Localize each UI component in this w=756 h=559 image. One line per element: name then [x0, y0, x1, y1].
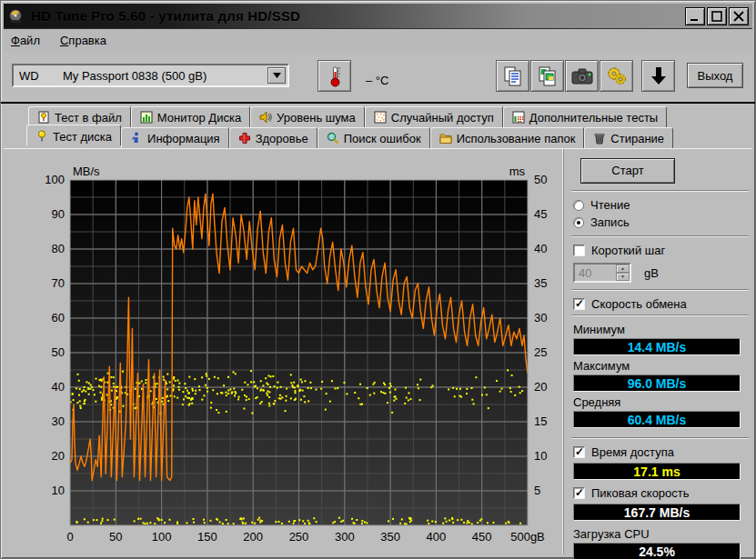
svg-text:40: 40	[534, 242, 547, 255]
exit-button[interactable]: Выход	[687, 63, 743, 88]
tab-folder-usage[interactable]: Использование папок	[430, 127, 585, 148]
screenshot-button[interactable]	[565, 60, 599, 92]
menu-help[interactable]: Справка	[60, 34, 106, 47]
tab-info[interactable]: Информация	[121, 127, 229, 148]
stride-size-input[interactable]: 40 ▲▼	[573, 263, 631, 283]
app-window: HD Tune Pro 5.60 - утилита для HD/SSD Фа…	[0, 0, 756, 559]
error-scan-icon	[327, 132, 339, 145]
tab-erase[interactable]: Стирание	[584, 127, 673, 148]
tab-label: Уровень шума	[277, 111, 356, 125]
tab-label: Поиск ошибок	[344, 132, 421, 145]
benchmark-panel: 1009080706050403020105045403530252015105…	[4, 148, 752, 555]
tab-error-scan[interactable]: Поиск ошибок	[318, 127, 430, 148]
tab-label: Тест диска	[53, 130, 112, 144]
separator	[571, 190, 749, 192]
svg-text:50: 50	[534, 173, 547, 186]
svg-text:20: 20	[52, 449, 65, 463]
minimize-button[interactable]	[685, 7, 705, 25]
svg-text:300: 300	[335, 530, 355, 544]
tab-label: Тест в файл	[55, 111, 122, 125]
temperature-button[interactable]	[318, 60, 351, 92]
tab-disk-monitor[interactable]: Монитор Диска	[131, 106, 250, 127]
disk-test-icon	[35, 130, 48, 143]
tab-label: Использование папок	[457, 132, 576, 145]
svg-text:20: 20	[534, 380, 547, 394]
stride-size-unit: gB	[644, 266, 659, 280]
exit-label: Выход	[698, 69, 733, 83]
tab-disk-benchmark[interactable]: Тест диска	[26, 125, 121, 145]
copy-text-button[interactable]	[496, 60, 529, 92]
svg-text:40: 40	[52, 380, 65, 394]
copy-image-button[interactable]	[530, 60, 564, 92]
tab-label: Стирание	[610, 132, 664, 145]
svg-text:15: 15	[534, 414, 547, 428]
maximize-button[interactable]	[707, 7, 727, 25]
cpu-usage-value: 24.5%	[573, 543, 741, 559]
write-label: Запись	[590, 215, 630, 229]
camera-icon	[571, 67, 593, 85]
file-test-icon	[37, 111, 50, 124]
svg-text:70: 70	[52, 276, 65, 290]
svg-text:10: 10	[52, 484, 65, 497]
tab-label: Здоровье	[256, 132, 308, 145]
burst-rate-row[interactable]: Пиковая скорость	[573, 486, 749, 500]
burst-rate-checkbox[interactable]	[573, 487, 585, 499]
options-button[interactable]	[600, 60, 633, 92]
access-time-checkbox[interactable]	[573, 446, 585, 458]
copy-image-icon	[538, 65, 558, 87]
tab-health[interactable]: Здоровье	[229, 127, 318, 148]
tab-label: Дополнительные тесты	[529, 111, 658, 125]
disk-monitor-icon	[140, 111, 153, 124]
burst-rate-label: Пиковая скорость	[591, 486, 690, 500]
tab-label: Информация	[147, 132, 220, 145]
spin-down-icon[interactable]: ▼	[616, 273, 630, 281]
download-button[interactable]	[641, 60, 675, 92]
stride-size-value: 40	[579, 266, 591, 280]
svg-text:ms: ms	[509, 165, 526, 178]
transfer-rate-checkbox[interactable]	[573, 298, 585, 310]
short-stride-row[interactable]: Короткий шаг	[573, 244, 749, 257]
separator	[571, 437, 749, 439]
read-radio[interactable]	[573, 200, 584, 211]
access-time-row[interactable]: Время доступа	[573, 445, 749, 459]
stride-size-spinner[interactable]: ▲▼	[616, 265, 630, 281]
transfer-rate-row[interactable]: Скорость обмена	[573, 297, 749, 311]
menu-file[interactable]: Файл	[11, 34, 40, 47]
read-radio-row[interactable]: Чтение	[573, 198, 749, 212]
short-stride-checkbox[interactable]	[573, 245, 585, 256]
close-button[interactable]	[729, 7, 749, 25]
burst-rate-value: 167.7 MB/s	[573, 504, 741, 521]
svg-text:35: 35	[534, 276, 547, 290]
spin-up-icon[interactable]: ▲	[616, 265, 630, 273]
write-radio[interactable]	[573, 217, 584, 228]
temperature-value: – °C	[366, 74, 388, 87]
tab-extra-tests[interactable]: Дополнительные тесты	[503, 106, 667, 127]
drive-vendor: WD	[19, 69, 63, 83]
write-radio-row[interactable]: Запись	[573, 215, 749, 229]
drive-select[interactable]: WD My Passport 0838 (500 gB)	[12, 64, 289, 87]
start-button[interactable]: Старт	[580, 158, 675, 184]
stride-size-row: 40 ▲▼ gB	[573, 263, 749, 283]
info-icon	[130, 132, 143, 145]
tab-label: Случайный доступ	[391, 111, 494, 125]
maximum-value: 96.0 MB/s	[573, 374, 741, 392]
tab-noise-level[interactable]: Уровень шума	[250, 106, 365, 127]
random-access-icon	[374, 111, 387, 124]
tab-label: Монитор Диска	[157, 111, 241, 125]
noise-level-icon	[259, 111, 272, 124]
svg-text:100: 100	[152, 530, 172, 544]
tab-random-access[interactable]: Случайный доступ	[365, 106, 503, 127]
chevron-down-icon	[273, 73, 281, 78]
separator	[571, 235, 749, 237]
svg-text:100: 100	[45, 173, 65, 186]
drive-select-arrow[interactable]	[267, 67, 286, 84]
minimize-icon	[690, 11, 701, 22]
minimum-label: Минимум	[573, 323, 749, 336]
svg-text:45: 45	[534, 207, 547, 221]
extra-tests-icon	[512, 111, 525, 124]
drive-name: My Passport 0838 (500 gB)	[63, 69, 207, 83]
svg-text:30: 30	[534, 311, 547, 324]
svg-text:200: 200	[243, 530, 263, 544]
read-label: Чтение	[590, 198, 630, 212]
svg-text:500gB: 500gB	[510, 530, 545, 544]
